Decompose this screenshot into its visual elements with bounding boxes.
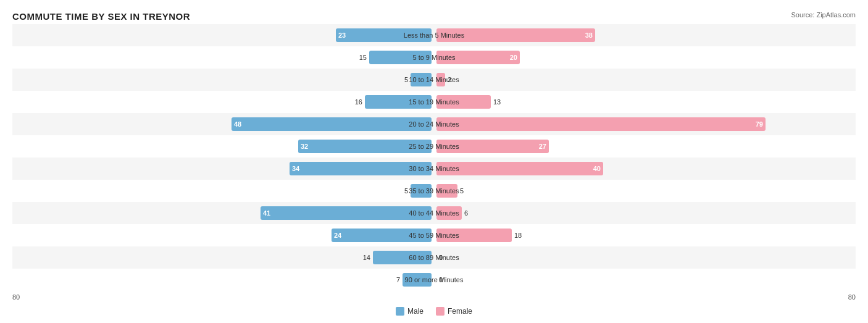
- legend: Male Female: [12, 307, 856, 316]
- row-label: 25 to 29 Minutes: [409, 143, 459, 150]
- legend-male-label: Male: [407, 307, 424, 316]
- axis-left: 80: [12, 293, 434, 301]
- left-section: 5: [12, 69, 434, 91]
- bar-row: 24 45 to 59 Minutes 18: [12, 224, 856, 246]
- male-value: 16: [350, 98, 362, 106]
- row-label: 10 to 14 Minutes: [409, 76, 459, 83]
- right-section: 6: [434, 202, 856, 224]
- bar-row: 34 30 to 34 Minutes 40: [12, 157, 856, 180]
- bar-row: 16 15 to 19 Minutes 13: [12, 91, 856, 113]
- female-value: 5: [460, 187, 472, 195]
- left-section: 24: [12, 224, 434, 246]
- male-value: 48: [232, 120, 241, 128]
- legend-female: Female: [436, 307, 472, 316]
- bar-row: 5 10 to 14 Minutes 2: [12, 69, 856, 91]
- row-label: 15 to 19 Minutes: [409, 98, 459, 106]
- row-label: 45 to 59 Minutes: [409, 232, 459, 239]
- bar-row: 5 35 to 39 Minutes 5: [12, 180, 856, 202]
- legend-female-label: Female: [448, 307, 472, 316]
- bar-row: 23 Less than 5 Minutes 38: [12, 24, 856, 46]
- male-bar: 41: [261, 206, 432, 220]
- male-value: 15: [354, 54, 367, 61]
- row-label: 40 to 44 Minutes: [409, 209, 459, 217]
- left-section: 41: [12, 202, 434, 224]
- chart-rows: 23 Less than 5 Minutes 38 15 5 to 9 Minu…: [12, 24, 856, 291]
- male-value: 7: [388, 276, 400, 283]
- source-text: Source: ZipAtlas.com: [791, 11, 856, 19]
- female-value: 6: [464, 209, 477, 217]
- right-section: 79: [434, 113, 856, 135]
- bar-row: 15 5 to 9 Minutes 20: [12, 46, 856, 69]
- female-value: 40: [593, 165, 603, 172]
- right-section: 20: [434, 46, 856, 69]
- left-section: 7: [12, 269, 434, 291]
- male-value: 5: [396, 187, 408, 195]
- female-bar: 40: [436, 162, 603, 175]
- right-section: 2: [434, 69, 856, 91]
- row-label: 5 to 9 Minutes: [412, 54, 455, 61]
- chart-title: COMMUTE TIME BY SEX IN TREYNOR: [12, 11, 856, 22]
- row-label: Less than 5 Minutes: [404, 31, 464, 39]
- female-value: 38: [585, 31, 595, 39]
- male-value: 5: [396, 76, 408, 83]
- axis-row: 80 80: [12, 291, 856, 303]
- male-value: 32: [298, 143, 308, 150]
- left-section: 48: [12, 113, 434, 135]
- row-label: 20 to 24 Minutes: [409, 120, 459, 128]
- female-value: 27: [539, 143, 549, 150]
- row-label: 35 to 39 Minutes: [409, 187, 459, 195]
- right-section: 40: [434, 157, 856, 180]
- axis-right: 80: [434, 293, 856, 301]
- female-value: 20: [510, 54, 520, 61]
- chart-container: COMMUTE TIME BY SEX IN TREYNOR Source: Z…: [0, 0, 868, 323]
- male-bar: 48: [232, 117, 432, 131]
- male-value: 23: [336, 31, 346, 39]
- bar-row: 7 90 or more Minutes 0: [12, 269, 856, 291]
- bar-row: 48 20 to 24 Minutes 79: [12, 113, 856, 135]
- right-section: 27: [434, 135, 856, 157]
- female-value: 18: [514, 232, 527, 239]
- left-section: 15: [12, 46, 434, 69]
- male-value: 41: [261, 209, 270, 217]
- legend-male: Male: [396, 307, 424, 316]
- bar-row: 41 40 to 44 Minutes 6: [12, 202, 856, 224]
- male-value: 34: [290, 165, 299, 172]
- right-section: 13: [434, 91, 856, 113]
- row-label: 60 to 89 Minutes: [409, 254, 459, 261]
- female-bar: 79: [436, 117, 766, 131]
- male-value: 24: [332, 232, 341, 239]
- male-value: 14: [358, 254, 370, 261]
- right-section: 38: [434, 24, 856, 46]
- legend-female-box: [436, 307, 444, 316]
- left-section: 34: [12, 157, 434, 180]
- bar-row: 32 25 to 29 Minutes 27: [12, 135, 856, 157]
- left-section: 5: [12, 180, 434, 202]
- right-section: 0: [434, 269, 856, 291]
- left-section: 32: [12, 135, 434, 157]
- row-label: 90 or more Minutes: [405, 276, 464, 283]
- right-section: 5: [434, 180, 856, 202]
- female-value: 13: [493, 98, 506, 106]
- row-label: 30 to 34 Minutes: [409, 165, 459, 172]
- right-section: 18: [434, 224, 856, 246]
- left-section: 14: [12, 246, 434, 269]
- female-value: 79: [756, 120, 766, 128]
- left-section: 23: [12, 24, 434, 46]
- legend-male-box: [396, 307, 404, 316]
- right-section: 0: [434, 246, 856, 269]
- left-section: 16: [12, 91, 434, 113]
- bar-row: 14 60 to 89 Minutes 0: [12, 246, 856, 269]
